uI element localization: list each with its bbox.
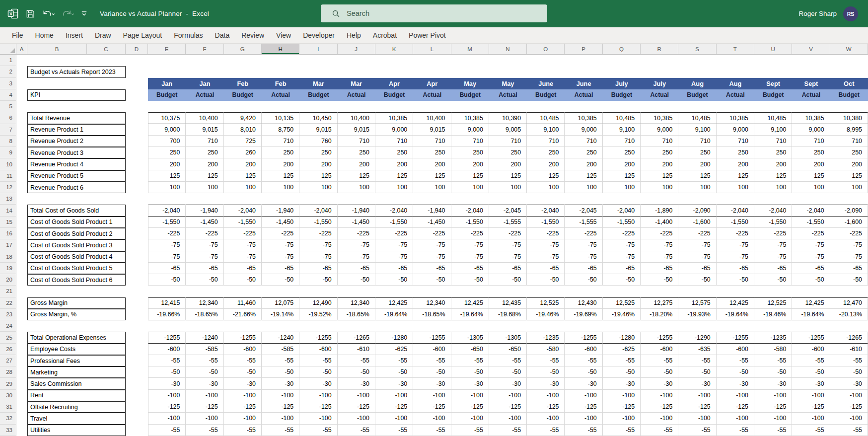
cell-Q3[interactable]: July [603,78,641,89]
cell-A8[interactable] [16,136,27,147]
cell-H19[interactable]: -65 [262,263,299,274]
cell-J22[interactable]: 12,340 [338,297,375,309]
cell-U12[interactable]: 100 [754,182,792,193]
cell-H11[interactable]: 125 [262,170,299,182]
cell-P16[interactable]: -225 [565,228,602,239]
ribbon-tab-acrobat[interactable]: Acrobat [367,27,403,43]
cell-I11[interactable]: 125 [299,170,337,182]
cell-W22[interactable]: 12,470 [830,297,868,309]
cell-B31[interactable]: Offsite Recruiting [27,401,126,413]
cell-M8[interactable]: 710 [451,136,489,147]
row-label-box-15[interactable]: Cost of Goods Sold Product 1 [27,217,126,228]
cell-O6[interactable]: 10,485 [527,112,565,124]
cell-A1[interactable] [16,55,27,66]
cell-J3[interactable]: Mar [338,78,375,89]
cell-G3[interactable]: Feb [224,78,262,89]
avatar[interactable]: RS [843,6,858,21]
cell-F15[interactable]: -1,450 [186,217,223,228]
cell-B6[interactable]: Total Revenue [27,112,126,124]
cell-K15[interactable]: -1,550 [375,217,413,228]
cell-I12[interactable]: 100 [299,182,337,193]
row-label-box-14[interactable]: Total Cost of Goods Sold [27,205,126,216]
cell-N33[interactable]: -55 [489,425,527,436]
cell-N15[interactable]: -1,555 [489,217,527,228]
cell-K4[interactable]: Budget [375,89,413,101]
cell-N30[interactable]: -100 [489,390,527,401]
cell-T10[interactable]: 200 [717,158,754,170]
cell-W33[interactable]: -55 [830,425,868,436]
column-header-N[interactable]: N [489,44,527,54]
cell-Q16[interactable]: -225 [603,228,641,239]
cell-V9[interactable]: 250 [792,147,830,158]
cell-S25[interactable]: -1290 [678,332,716,343]
cell-D13[interactable] [126,193,148,205]
cell-G33[interactable]: -55 [224,425,262,436]
cell-K33[interactable]: -55 [375,425,413,436]
row-header-28[interactable]: 28 [0,366,16,378]
cell-M33[interactable]: -55 [451,425,489,436]
cell-G29[interactable]: -30 [224,378,262,389]
cell-V7[interactable]: 9,000 [792,124,830,136]
cell-E32[interactable]: -100 [148,413,186,424]
cell-E29[interactable]: -30 [148,378,186,389]
cell-Q19[interactable]: -65 [603,263,641,274]
cell-N19[interactable]: -65 [489,263,527,274]
cell-S18[interactable]: -75 [678,251,716,263]
cell-V6[interactable]: 10,385 [792,112,830,124]
cell-I10[interactable]: 200 [299,158,337,170]
cell-O15[interactable]: -1,550 [527,217,565,228]
cell-D27[interactable] [126,355,148,366]
cell-D26[interactable] [126,344,148,355]
row-label-box-4[interactable]: KPI [27,89,126,101]
cell-A4[interactable] [16,89,27,101]
cell-S10[interactable]: 200 [678,158,716,170]
cell-E28[interactable]: -50 [148,366,186,378]
cell-M23[interactable]: -19.64% [451,309,489,320]
cell-N29[interactable]: -30 [489,378,527,389]
cell-J17[interactable]: -75 [338,239,375,251]
cell-U22[interactable]: 12,525 [754,297,792,309]
cell-U10[interactable]: 200 [754,158,792,170]
cell-K6[interactable]: 10,385 [375,112,413,124]
cell-E19[interactable]: -65 [148,263,186,274]
cell-G9[interactable]: 260 [224,147,262,158]
cell-N22[interactable]: 12,435 [489,297,527,309]
cell-T28[interactable]: -50 [717,366,754,378]
cell-T29[interactable]: -30 [717,378,754,389]
cell-D31[interactable] [126,401,148,413]
cell-D24[interactable] [126,320,148,332]
cell-E23[interactable]: -19.66% [148,309,186,320]
cell-U4[interactable]: Budget [754,89,792,101]
cell-L10[interactable]: 200 [413,158,451,170]
cell-R33[interactable]: -55 [641,425,678,436]
cell-R7[interactable]: 9,000 [641,124,678,136]
cell-S27[interactable]: -55 [678,355,716,366]
cell-I9[interactable]: 250 [299,147,337,158]
cell-J6[interactable]: 10,400 [338,112,375,124]
cell-H27[interactable]: -55 [262,355,299,366]
row-header-29[interactable]: 29 [0,378,16,389]
cell-J18[interactable]: -75 [338,251,375,263]
row-label-box-16[interactable]: Cost of Goods Sold Product 2 [27,228,126,239]
row-header-32[interactable]: 32 [0,413,16,424]
row-header-1[interactable]: 1 [0,55,16,66]
cell-K25[interactable]: -1280 [375,332,413,343]
cell-N14[interactable]: -2,045 [489,205,527,216]
cell-O16[interactable]: -225 [527,228,565,239]
cell-H26[interactable]: -585 [262,344,299,355]
cell-Q7[interactable]: 9,100 [603,124,641,136]
customize-quick-access-toolbar-button[interactable] [80,10,88,17]
cell-Q6[interactable]: 10,485 [603,112,641,124]
cell-P25[interactable]: -1255 [565,332,602,343]
cell-J4[interactable]: Actual [338,89,375,101]
row-label-box-17[interactable]: Cost of Goods Sold Product 3 [27,239,126,251]
cell-M31[interactable]: -125 [451,401,489,413]
cell-M3[interactable]: May [451,78,489,89]
cell-P10[interactable]: 200 [565,158,602,170]
cell-D29[interactable] [126,378,148,389]
cell-E27[interactable]: -55 [148,355,186,366]
cell-B15[interactable]: Cost of Goods Sold Product 1 [27,217,126,228]
cell-H20[interactable]: -50 [262,274,299,286]
cells-empty-row-2[interactable] [148,66,868,77]
cell-R32[interactable]: -100 [641,413,678,424]
